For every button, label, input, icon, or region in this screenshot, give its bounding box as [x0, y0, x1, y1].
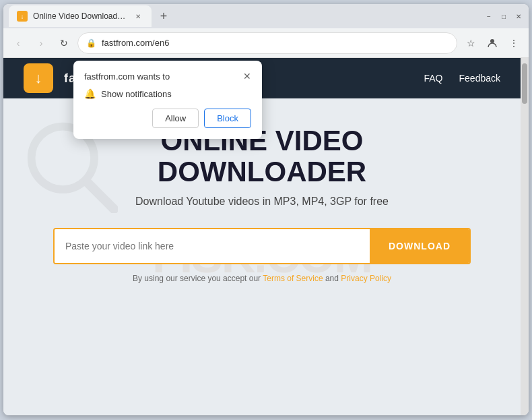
hero-subtitle: Download Youtube videos in MP3, MP4, 3GP… [135, 196, 389, 208]
popup-header: fastfrom.com wants to ✕ [84, 71, 251, 82]
download-form: DOWNLOAD [53, 228, 471, 264]
block-button[interactable]: Block [204, 109, 251, 128]
refresh-button[interactable]: ↻ [55, 34, 73, 53]
feedback-link[interactable]: Feedback [459, 73, 500, 84]
browser-window: ↓ Online Video Downloader - Free ✕ + − □… [3, 4, 529, 415]
tab-favicon: ↓ [17, 11, 28, 22]
scrollbar-area: ↓ fastfrom FAQ Feedback ONLINE VIDEO DOW… [3, 58, 529, 415]
title-bar: ↓ Online Video Downloader - Free ✕ + − □… [3, 4, 529, 28]
allow-button[interactable]: Allow [152, 109, 199, 128]
terms-text: By using our service you accept our Term… [133, 274, 391, 283]
nav-bar: ‹ › ↻ 🔒 fastfrom.com/en6 ☆ ⋮ [3, 28, 529, 58]
close-button[interactable]: ✕ [514, 11, 523, 21]
terms-of-service-link[interactable]: Terms of Service [263, 274, 323, 283]
nav-actions: ☆ ⋮ [461, 34, 523, 53]
address-text: fastfrom.com/en6 [102, 38, 448, 48]
download-button[interactable]: DOWNLOAD [370, 229, 469, 263]
tab-close-button[interactable]: ✕ [133, 11, 143, 22]
profile-icon [487, 38, 498, 49]
hero-title-line2: DOWNLOADER [158, 156, 366, 187]
terms-prefix: By using our service you accept our [133, 274, 263, 283]
bookmark-button[interactable]: ☆ [461, 34, 480, 53]
address-bar[interactable]: 🔒 fastfrom.com/en6 [77, 32, 457, 54]
tab-area: ↓ Online Video Downloader - Free ✕ + [9, 5, 481, 27]
faq-link[interactable]: FAQ [424, 73, 443, 84]
popup-title: fastfrom.com wants to [84, 71, 170, 82]
back-button[interactable]: ‹ [9, 34, 28, 53]
svg-point-0 [490, 39, 494, 43]
popup-close-button[interactable]: ✕ [243, 71, 251, 81]
svg-line-2 [88, 183, 114, 210]
logo-icon: ↓ [35, 69, 42, 87]
profile-button[interactable] [483, 34, 502, 53]
window-controls: − □ ✕ [484, 11, 523, 21]
video-url-input[interactable] [55, 229, 370, 263]
bell-icon: 🔔 [84, 88, 96, 99]
menu-button[interactable]: ⋮ [504, 34, 523, 53]
site-logo: ↓ [24, 63, 53, 93]
site-nav: FAQ Feedback [424, 73, 501, 84]
notification-label: Show notifications [101, 89, 172, 99]
notification-popup: fastfrom.com wants to ✕ 🔔 Show notificat… [73, 61, 262, 139]
terms-middle: and [323, 274, 341, 283]
lock-icon: 🔒 [86, 38, 96, 48]
restore-button[interactable]: □ [499, 11, 508, 21]
minimize-button[interactable]: − [484, 11, 494, 21]
popup-buttons: Allow Block [84, 109, 251, 128]
scrollbar[interactable] [521, 58, 529, 415]
active-tab[interactable]: ↓ Online Video Downloader - Free ✕ [9, 5, 152, 27]
page-content: ↓ fastfrom FAQ Feedback ONLINE VIDEO DOW… [3, 58, 521, 415]
popup-notification-row: 🔔 Show notifications [84, 88, 251, 99]
forward-button[interactable]: › [32, 34, 51, 53]
new-tab-button[interactable]: + [154, 7, 173, 26]
scrollbar-thumb[interactable] [522, 63, 527, 104]
tab-title: Online Video Downloader - Free [33, 11, 127, 21]
privacy-policy-link[interactable]: Privacy Policy [341, 274, 391, 283]
